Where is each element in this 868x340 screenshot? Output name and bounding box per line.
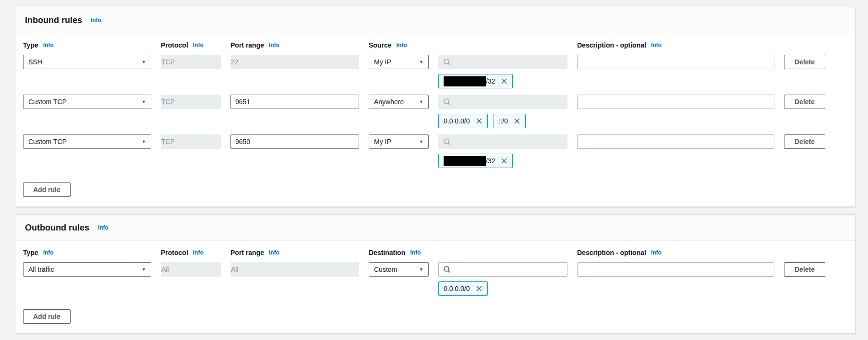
page: Inbound rules Info TypeInfo ProtocolInfo… bbox=[0, 0, 868, 334]
type-select[interactable]: All traffic ▼ bbox=[23, 262, 151, 277]
port-range-input[interactable] bbox=[230, 134, 359, 149]
description-info-link[interactable]: Info bbox=[651, 42, 662, 49]
protocol-field bbox=[161, 262, 221, 277]
protocol-info-link[interactable]: Info bbox=[193, 249, 204, 256]
delete-rule-button[interactable]: Delete bbox=[784, 262, 825, 277]
inbound-rules-header: Inbound rules Info bbox=[15, 7, 855, 33]
type-select[interactable]: Custom TCP ▼ bbox=[23, 95, 151, 109]
inbound-rules-card: Inbound rules Info TypeInfo ProtocolInfo… bbox=[15, 7, 856, 207]
column-label-description: Description - optionalInfo bbox=[577, 41, 774, 49]
source-search-box bbox=[438, 55, 567, 69]
chevron-down-icon: ▼ bbox=[419, 60, 423, 64]
inbound-rules-body: TypeInfo ProtocolInfo Port rangeInfo Sou… bbox=[15, 33, 855, 206]
outbound-rules-header: Outbound rules Info bbox=[15, 215, 855, 241]
remove-token-icon[interactable] bbox=[501, 78, 507, 85]
delete-rule-button[interactable]: Delete bbox=[784, 95, 825, 109]
destination-select[interactable]: Custom ▼ bbox=[369, 262, 429, 277]
destination-cell: Custom ▼ bbox=[369, 262, 567, 277]
source-tokens-row: 0.0.0.0/0 ::/0 bbox=[438, 114, 847, 128]
source-search-input bbox=[455, 138, 563, 146]
source-select[interactable]: My IP ▼ bbox=[369, 55, 429, 69]
destination-info-link[interactable]: Info bbox=[410, 249, 421, 256]
chevron-down-icon: ▼ bbox=[142, 139, 146, 144]
chevron-down-icon: ▼ bbox=[419, 99, 423, 104]
outbound-rules-body: TypeInfo ProtocolInfo Port rangeInfo Des… bbox=[15, 241, 855, 333]
redacted-ip bbox=[444, 76, 486, 86]
search-icon bbox=[443, 266, 451, 273]
outbound-column-labels: TypeInfo ProtocolInfo Port rangeInfo Des… bbox=[23, 249, 847, 256]
source-cell: My IP ▼ bbox=[369, 134, 567, 149]
outbound-rule-row: All traffic ▼ Custom ▼ bbox=[23, 262, 847, 296]
destination-search-input[interactable] bbox=[455, 266, 563, 273]
inbound-rules-info-link[interactable]: Info bbox=[91, 17, 101, 24]
column-label-protocol: ProtocolInfo bbox=[161, 41, 221, 49]
search-icon bbox=[443, 138, 451, 146]
type-info-link[interactable]: Info bbox=[43, 42, 54, 49]
source-search-input bbox=[455, 58, 563, 66]
inbound-rule-row: SSH ▼ My IP ▼ bbox=[23, 55, 847, 88]
protocol-field bbox=[161, 55, 221, 69]
outbound-rules-info-link[interactable]: Info bbox=[98, 224, 108, 231]
chevron-down-icon: ▼ bbox=[419, 267, 423, 272]
column-label-destination: DestinationInfo bbox=[369, 249, 567, 256]
inbound-rules-title: Inbound rules bbox=[25, 15, 82, 25]
remove-token-icon[interactable] bbox=[476, 285, 482, 292]
cidr-token: 0.0.0.0/0 bbox=[438, 281, 488, 296]
redacted-ip bbox=[444, 156, 486, 166]
search-icon bbox=[443, 98, 451, 106]
source-tokens-row: /32 bbox=[438, 154, 847, 168]
protocol-info-link[interactable]: Info bbox=[193, 42, 204, 49]
inbound-rule-row: Custom TCP ▼ My IP ▼ bbox=[23, 134, 847, 168]
source-cell: Anywhere ▼ bbox=[369, 95, 567, 109]
column-label-source: SourceInfo bbox=[369, 41, 567, 49]
remove-token-icon[interactable] bbox=[501, 158, 507, 164]
description-input[interactable] bbox=[577, 262, 774, 277]
remove-token-icon[interactable] bbox=[476, 118, 482, 124]
description-input[interactable] bbox=[577, 95, 774, 109]
remove-token-icon[interactable] bbox=[514, 118, 520, 124]
column-label-type: TypeInfo bbox=[23, 41, 151, 49]
type-info-link[interactable]: Info bbox=[43, 249, 54, 256]
column-label-port-range: Port rangeInfo bbox=[230, 249, 359, 256]
description-info-link[interactable]: Info bbox=[651, 249, 662, 256]
source-search-box bbox=[438, 95, 567, 109]
type-select[interactable]: Custom TCP ▼ bbox=[23, 134, 151, 149]
search-icon bbox=[443, 58, 451, 66]
protocol-field bbox=[161, 95, 221, 109]
delete-rule-button[interactable]: Delete bbox=[784, 55, 825, 69]
delete-rule-button[interactable]: Delete bbox=[784, 134, 825, 149]
chevron-down-icon: ▼ bbox=[142, 267, 146, 272]
column-label-port-range: Port rangeInfo bbox=[230, 41, 359, 49]
inbound-rule-row: Custom TCP ▼ Anywhere ▼ bbox=[23, 95, 847, 128]
port-range-input[interactable] bbox=[230, 95, 359, 109]
cidr-token: 0.0.0.0/0 bbox=[438, 114, 488, 128]
source-info-link[interactable]: Info bbox=[396, 42, 407, 49]
description-input[interactable] bbox=[577, 134, 774, 149]
outbound-rules-card: Outbound rules Info TypeInfo ProtocolInf… bbox=[15, 214, 856, 334]
destination-search-box[interactable] bbox=[438, 262, 567, 277]
cidr-token: /32 bbox=[438, 154, 513, 168]
source-tokens-row: /32 bbox=[438, 74, 847, 88]
source-select[interactable]: Anywhere ▼ bbox=[369, 95, 429, 109]
port-range-field bbox=[230, 262, 359, 277]
destination-tokens-row: 0.0.0.0/0 bbox=[438, 281, 847, 296]
type-select[interactable]: SSH ▼ bbox=[23, 55, 151, 69]
source-select[interactable]: My IP ▼ bbox=[369, 134, 429, 149]
source-search-box bbox=[438, 134, 567, 149]
description-input[interactable] bbox=[577, 55, 774, 69]
inbound-column-labels: TypeInfo ProtocolInfo Port rangeInfo Sou… bbox=[23, 41, 847, 49]
port-range-info-link[interactable]: Info bbox=[269, 42, 279, 49]
port-range-info-link[interactable]: Info bbox=[269, 249, 279, 256]
add-rule-button[interactable]: Add rule bbox=[23, 182, 71, 197]
chevron-down-icon: ▼ bbox=[142, 99, 146, 104]
cidr-token: /32 bbox=[438, 74, 513, 88]
protocol-field bbox=[161, 134, 221, 149]
chevron-down-icon: ▼ bbox=[419, 139, 423, 144]
cidr-token: ::/0 bbox=[494, 114, 526, 128]
port-range-field bbox=[230, 55, 359, 69]
source-cell: My IP ▼ bbox=[369, 55, 567, 69]
column-label-protocol: ProtocolInfo bbox=[161, 249, 221, 256]
add-rule-button[interactable]: Add rule bbox=[23, 309, 71, 324]
column-label-description: Description - optionalInfo bbox=[577, 249, 774, 256]
outbound-rules-title: Outbound rules bbox=[25, 223, 89, 233]
